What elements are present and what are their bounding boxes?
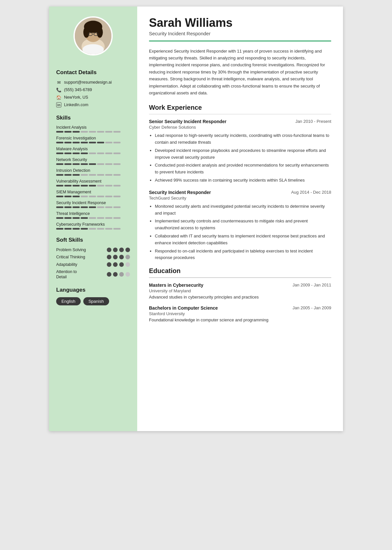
jobs-list: Senior Security Incident ResponderJan 20… xyxy=(149,119,331,261)
skill-bar xyxy=(56,142,130,143)
soft-skill-name: Critical Thinking xyxy=(56,254,89,260)
skill-segment xyxy=(64,142,72,143)
edu-entry: Masters in CybersecurityJan 2009 - Jan 2… xyxy=(149,283,331,299)
phone-value: (555) 345-6789 xyxy=(64,88,92,92)
skill-segment xyxy=(113,153,121,154)
skill-segment xyxy=(105,163,112,165)
skill-segment xyxy=(64,217,72,219)
skill-segment xyxy=(81,185,88,186)
skill-segment xyxy=(64,153,72,154)
edu-school: Stanford University xyxy=(149,311,331,316)
skill-segment xyxy=(56,174,63,176)
skill-name: Vulnerability Assessment xyxy=(56,179,130,184)
skill-name: Forensic Investigation xyxy=(56,136,130,140)
dot-filled xyxy=(113,262,118,267)
job-bullet: Monitored security alerts and investigat… xyxy=(155,203,331,217)
skill-segment xyxy=(64,131,72,133)
dot-filled xyxy=(119,255,124,259)
skill-segment xyxy=(73,185,80,186)
skill-segment xyxy=(64,163,72,165)
skill-segment xyxy=(89,163,96,165)
skill-segment xyxy=(64,228,72,230)
skill-segment xyxy=(89,217,96,219)
skill-segment xyxy=(73,142,80,143)
skill-bar xyxy=(56,228,130,230)
skill-item: Malware Analysis xyxy=(56,147,130,154)
dot-filled xyxy=(119,248,124,252)
skill-segment xyxy=(105,153,112,154)
skill-segment xyxy=(105,142,112,143)
skill-item: SIEM Management xyxy=(56,190,130,197)
skill-bar xyxy=(56,174,130,176)
skill-segment xyxy=(81,196,88,197)
work-experience-title: Work Experience xyxy=(149,104,331,111)
avatar xyxy=(74,16,113,56)
skill-segment xyxy=(113,174,121,176)
skill-bar xyxy=(56,206,130,208)
soft-skill-item: Attention to Detail xyxy=(56,269,130,280)
skill-name: Cybersecurity Frameworks xyxy=(56,222,130,227)
skill-segment xyxy=(56,206,63,208)
skill-segment xyxy=(64,206,72,208)
skill-segment xyxy=(73,163,80,165)
location-icon: 🏠 xyxy=(56,95,61,100)
skill-segment xyxy=(81,142,88,143)
edu-dates: Jan 2005 - Jan 2009 xyxy=(292,305,331,310)
skill-segment xyxy=(97,142,104,143)
job-title-text: Senior Security Incident Responder xyxy=(149,119,226,124)
candidate-name: Sarah Williams xyxy=(149,16,331,29)
sidebar: Contact Details ✉ support@resumedesign.a… xyxy=(49,7,137,431)
skill-segment xyxy=(113,206,121,208)
skill-segment xyxy=(105,217,112,219)
skill-segment xyxy=(97,228,104,230)
job-bullets: Lead response to high-severity security … xyxy=(155,132,331,184)
skill-segment xyxy=(89,196,96,197)
contact-linkedin: in LinkedIn.com xyxy=(56,102,130,107)
skill-segment xyxy=(64,174,72,176)
skill-segment xyxy=(105,185,112,186)
education-list: Masters in CybersecurityJan 2009 - Jan 2… xyxy=(149,283,331,322)
avatar-container xyxy=(49,7,137,62)
skill-segment xyxy=(73,153,80,154)
edu-header: Masters in CybersecurityJan 2009 - Jan 2… xyxy=(149,283,331,288)
skill-bar xyxy=(56,196,130,197)
dot-filled xyxy=(107,262,111,267)
skill-segment xyxy=(81,174,88,176)
skill-segment xyxy=(73,174,80,176)
resume-container: Contact Details ✉ support@resumedesign.a… xyxy=(49,7,343,431)
education-title: Education xyxy=(149,267,331,275)
edu-dates: Jan 2009 - Jan 2011 xyxy=(292,283,331,287)
skill-segment xyxy=(64,185,72,186)
lang-tags: EnglishSpanish xyxy=(56,297,130,305)
skill-segment xyxy=(97,206,104,208)
skill-segment xyxy=(56,163,63,165)
skill-segment xyxy=(73,206,80,208)
job-header: Senior Security Incident ResponderJan 20… xyxy=(149,119,331,124)
dot-filled xyxy=(107,248,111,252)
job-bullets: Monitored security alerts and investigat… xyxy=(155,203,331,261)
dot-filled xyxy=(107,255,111,259)
job-company: TechGuard Security xyxy=(149,196,331,201)
job-bullet: Achieved 99% success rate in containing … xyxy=(155,177,331,184)
languages-title: Languages xyxy=(56,287,130,293)
skill-name: Threat Intelligence xyxy=(56,211,130,216)
skill-segment xyxy=(113,217,121,219)
skill-segment xyxy=(89,206,96,208)
contact-email: ✉ support@resumedesign.ai xyxy=(56,80,130,85)
skill-segment xyxy=(56,153,63,154)
skill-segment xyxy=(56,196,63,197)
green-divider xyxy=(149,40,331,42)
skill-name: Incident Analysis xyxy=(56,125,130,130)
skill-item: Incident Analysis xyxy=(56,125,130,133)
skill-segment xyxy=(97,174,104,176)
lang-tag: English xyxy=(56,297,81,305)
skill-segment xyxy=(81,206,88,208)
soft-skill-item: Critical Thinking xyxy=(56,254,130,260)
skill-item: Cybersecurity Frameworks xyxy=(56,222,130,230)
job-bullet: Collaborated with IT and security teams … xyxy=(155,233,331,247)
skill-segment xyxy=(105,174,112,176)
soft-skill-item: Adaptability xyxy=(56,262,130,267)
skill-segment xyxy=(81,228,88,230)
soft-skill-dots xyxy=(107,255,130,259)
skill-name: SIEM Management xyxy=(56,190,130,194)
